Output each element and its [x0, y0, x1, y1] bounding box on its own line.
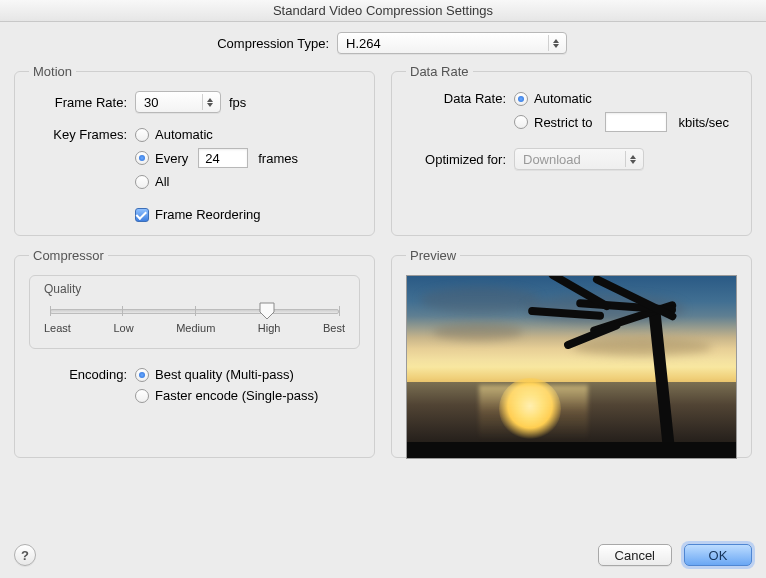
- data-rate-automatic-label: Automatic: [534, 91, 592, 106]
- data-rate-restrict-label: Restrict to: [534, 115, 593, 130]
- compression-type-value: H.264: [346, 36, 381, 51]
- chevron-updown-icon: [625, 151, 639, 167]
- radio-icon: [135, 389, 149, 403]
- data-rate-restrict-radio[interactable]: Restrict to kbits/sec: [514, 112, 729, 132]
- cancel-button[interactable]: Cancel: [598, 544, 672, 566]
- data-rate-legend: Data Rate: [406, 64, 473, 79]
- key-frames-all-radio[interactable]: All: [135, 174, 298, 189]
- radio-icon: [135, 175, 149, 189]
- data-rate-restrict-input[interactable]: [605, 112, 667, 132]
- encoding-fast-label: Faster encode (Single-pass): [155, 388, 318, 403]
- optimized-for-value: Download: [523, 152, 581, 167]
- frame-reordering-checkbox[interactable]: Frame Reordering: [135, 207, 298, 222]
- optimized-for-select[interactable]: Download: [514, 148, 644, 170]
- frame-rate-label: Frame Rate:: [29, 95, 127, 110]
- data-rate-label: Data Rate:: [406, 91, 506, 106]
- window-title: Standard Video Compression Settings: [0, 0, 766, 22]
- frame-rate-select[interactable]: 30: [135, 91, 221, 113]
- encoding-best-radio[interactable]: Best quality (Multi-pass): [135, 367, 318, 382]
- frame-rate-value: 30: [144, 95, 158, 110]
- key-frames-automatic-radio[interactable]: Automatic: [135, 127, 298, 142]
- key-frames-every-unit: frames: [258, 151, 298, 166]
- optimized-for-label: Optimized for:: [406, 152, 506, 167]
- help-button[interactable]: ?: [14, 544, 36, 566]
- ok-button[interactable]: OK: [684, 544, 752, 566]
- compressor-legend: Compressor: [29, 248, 108, 263]
- encoding-label: Encoding:: [29, 367, 127, 382]
- key-frames-every-radio[interactable]: Every frames: [135, 148, 298, 168]
- motion-legend: Motion: [29, 64, 76, 79]
- radio-icon: [514, 115, 528, 129]
- radio-icon: [135, 151, 149, 165]
- quality-group: Quality Least Low: [29, 275, 360, 349]
- chevron-updown-icon: [202, 94, 216, 110]
- frame-reordering-label: Frame Reordering: [155, 207, 261, 222]
- quality-legend: Quality: [44, 282, 345, 296]
- quality-slider[interactable]: Least Low Medium High Best: [44, 298, 345, 340]
- radio-icon: [514, 92, 528, 106]
- data-rate-restrict-unit: kbits/sec: [679, 115, 730, 130]
- key-frames-automatic-label: Automatic: [155, 127, 213, 142]
- key-frames-every-label: Every: [155, 151, 188, 166]
- radio-icon: [135, 368, 149, 382]
- compression-type-select[interactable]: H.264: [337, 32, 567, 54]
- key-frames-label: Key Frames:: [29, 127, 127, 142]
- checkbox-icon: [135, 208, 149, 222]
- preview-image: [406, 275, 737, 459]
- encoding-best-label: Best quality (Multi-pass): [155, 367, 294, 382]
- slider-labels: Least Low Medium High Best: [44, 322, 345, 334]
- chevron-updown-icon: [548, 35, 562, 51]
- frame-rate-unit: fps: [229, 95, 246, 110]
- key-frames-every-input[interactable]: [198, 148, 248, 168]
- encoding-fast-radio[interactable]: Faster encode (Single-pass): [135, 388, 318, 403]
- radio-icon: [135, 128, 149, 142]
- preview-legend: Preview: [406, 248, 460, 263]
- compression-type-label: Compression Type:: [199, 36, 329, 51]
- key-frames-all-label: All: [155, 174, 169, 189]
- data-rate-automatic-radio[interactable]: Automatic: [514, 91, 729, 106]
